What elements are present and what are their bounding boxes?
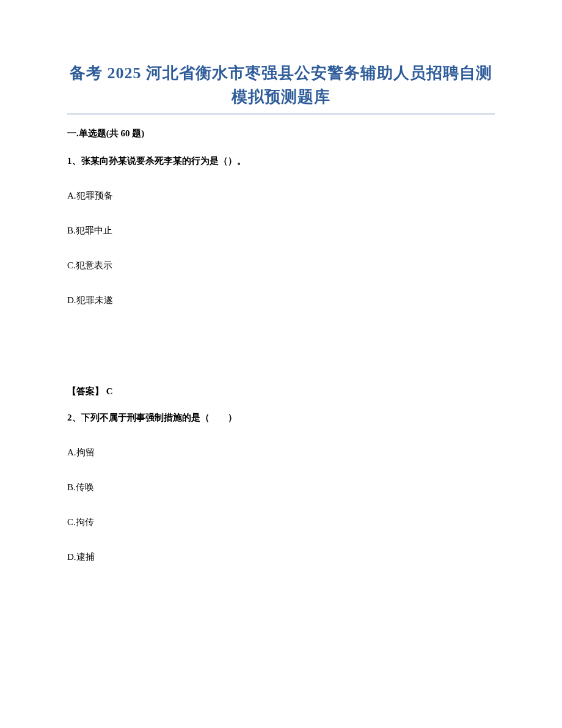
question-2-option-d: D.逮捕: [67, 551, 495, 563]
question-2-option-b: B.传唤: [67, 482, 495, 493]
title-line-1: 备考 2025 河北省衡水市枣强县公安警务辅助人员招聘自测: [70, 64, 492, 82]
question-1-option-a: A.犯罪预备: [67, 190, 495, 202]
question-2-option-c: C.拘传: [67, 517, 495, 528]
question-1-text: 1、张某向孙某说要杀死李某的行为是（）。: [67, 155, 495, 167]
question-2-option-a: A.拘留: [67, 447, 495, 458]
question-1-option-b: B.犯罪中止: [67, 225, 495, 237]
title-line-2: 模拟预测题库: [232, 88, 330, 106]
question-1-answer: 【答案】 C: [67, 386, 495, 397]
section-header: 一.单选题(共 60 题): [67, 128, 495, 139]
question-1-option-c: C.犯意表示: [67, 260, 495, 271]
document-title: 备考 2025 河北省衡水市枣强县公安警务辅助人员招聘自测 模拟预测题库: [67, 61, 495, 109]
title-underline: [67, 114, 495, 114]
question-1-option-d: D.犯罪未遂: [67, 295, 495, 306]
question-2-text: 2、下列不属于刑事强制措施的是（ ）: [67, 412, 495, 424]
